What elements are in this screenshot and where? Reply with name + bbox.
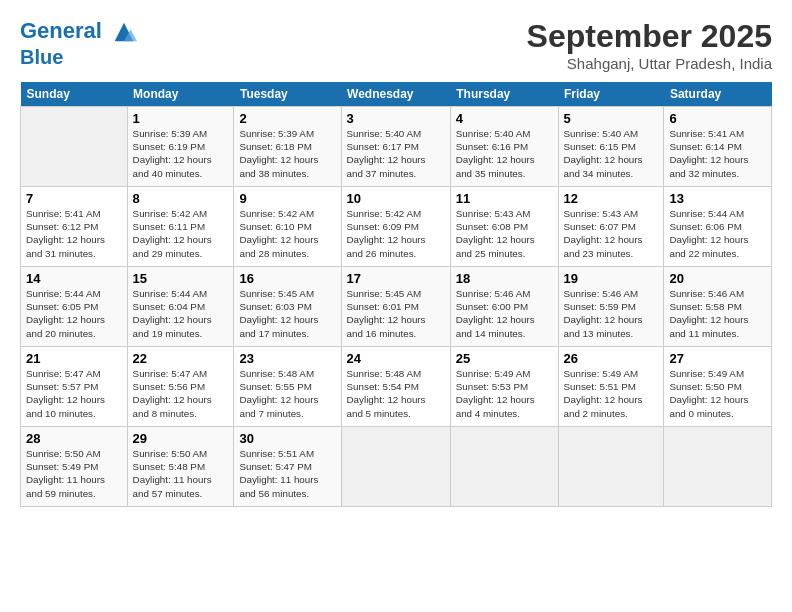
month-title: September 2025 (527, 18, 772, 55)
day-cell: 27Sunrise: 5:49 AM Sunset: 5:50 PM Dayli… (664, 347, 772, 427)
page: General Blue September 2025 Shahganj, Ut… (0, 0, 792, 612)
day-info: Sunrise: 5:42 AM Sunset: 6:11 PM Dayligh… (133, 207, 229, 260)
day-number: 19 (564, 271, 659, 286)
day-info: Sunrise: 5:44 AM Sunset: 6:04 PM Dayligh… (133, 287, 229, 340)
day-cell: 4Sunrise: 5:40 AM Sunset: 6:16 PM Daylig… (450, 107, 558, 187)
day-info: Sunrise: 5:44 AM Sunset: 6:06 PM Dayligh… (669, 207, 766, 260)
week-row-1: 7Sunrise: 5:41 AM Sunset: 6:12 PM Daylig… (21, 187, 772, 267)
day-info: Sunrise: 5:42 AM Sunset: 6:10 PM Dayligh… (239, 207, 335, 260)
day-info: Sunrise: 5:42 AM Sunset: 6:09 PM Dayligh… (347, 207, 445, 260)
day-number: 17 (347, 271, 445, 286)
day-info: Sunrise: 5:49 AM Sunset: 5:53 PM Dayligh… (456, 367, 553, 420)
day-number: 10 (347, 191, 445, 206)
day-info: Sunrise: 5:49 AM Sunset: 5:51 PM Dayligh… (564, 367, 659, 420)
day-cell: 24Sunrise: 5:48 AM Sunset: 5:54 PM Dayli… (341, 347, 450, 427)
day-number: 2 (239, 111, 335, 126)
day-number: 20 (669, 271, 766, 286)
title-block: September 2025 Shahganj, Uttar Pradesh, … (527, 18, 772, 72)
day-info: Sunrise: 5:41 AM Sunset: 6:14 PM Dayligh… (669, 127, 766, 180)
logo-icon (110, 18, 138, 46)
day-info: Sunrise: 5:40 AM Sunset: 6:15 PM Dayligh… (564, 127, 659, 180)
day-cell: 25Sunrise: 5:49 AM Sunset: 5:53 PM Dayli… (450, 347, 558, 427)
day-cell: 11Sunrise: 5:43 AM Sunset: 6:08 PM Dayli… (450, 187, 558, 267)
day-info: Sunrise: 5:43 AM Sunset: 6:07 PM Dayligh… (564, 207, 659, 260)
day-cell: 2Sunrise: 5:39 AM Sunset: 6:18 PM Daylig… (234, 107, 341, 187)
day-number: 3 (347, 111, 445, 126)
day-number: 30 (239, 431, 335, 446)
day-cell: 23Sunrise: 5:48 AM Sunset: 5:55 PM Dayli… (234, 347, 341, 427)
day-number: 11 (456, 191, 553, 206)
day-number: 7 (26, 191, 122, 206)
day-info: Sunrise: 5:46 AM Sunset: 5:59 PM Dayligh… (564, 287, 659, 340)
day-number: 21 (26, 351, 122, 366)
day-info: Sunrise: 5:45 AM Sunset: 6:01 PM Dayligh… (347, 287, 445, 340)
day-number: 6 (669, 111, 766, 126)
col-header-monday: Monday (127, 82, 234, 107)
day-cell: 29Sunrise: 5:50 AM Sunset: 5:48 PM Dayli… (127, 427, 234, 507)
day-info: Sunrise: 5:49 AM Sunset: 5:50 PM Dayligh… (669, 367, 766, 420)
day-info: Sunrise: 5:41 AM Sunset: 6:12 PM Dayligh… (26, 207, 122, 260)
col-header-wednesday: Wednesday (341, 82, 450, 107)
day-cell (664, 427, 772, 507)
location: Shahganj, Uttar Pradesh, India (527, 55, 772, 72)
day-number: 22 (133, 351, 229, 366)
col-header-tuesday: Tuesday (234, 82, 341, 107)
day-number: 14 (26, 271, 122, 286)
day-cell: 9Sunrise: 5:42 AM Sunset: 6:10 PM Daylig… (234, 187, 341, 267)
col-header-saturday: Saturday (664, 82, 772, 107)
day-number: 15 (133, 271, 229, 286)
day-cell: 19Sunrise: 5:46 AM Sunset: 5:59 PM Dayli… (558, 267, 664, 347)
calendar-table: SundayMondayTuesdayWednesdayThursdayFrid… (20, 82, 772, 507)
day-cell: 10Sunrise: 5:42 AM Sunset: 6:09 PM Dayli… (341, 187, 450, 267)
day-cell: 30Sunrise: 5:51 AM Sunset: 5:47 PM Dayli… (234, 427, 341, 507)
day-number: 26 (564, 351, 659, 366)
day-info: Sunrise: 5:48 AM Sunset: 5:54 PM Dayligh… (347, 367, 445, 420)
day-info: Sunrise: 5:39 AM Sunset: 6:18 PM Dayligh… (239, 127, 335, 180)
day-number: 28 (26, 431, 122, 446)
day-cell: 14Sunrise: 5:44 AM Sunset: 6:05 PM Dayli… (21, 267, 128, 347)
day-number: 5 (564, 111, 659, 126)
logo-blue: Blue (20, 46, 138, 68)
week-row-3: 21Sunrise: 5:47 AM Sunset: 5:57 PM Dayli… (21, 347, 772, 427)
day-info: Sunrise: 5:40 AM Sunset: 6:16 PM Dayligh… (456, 127, 553, 180)
day-cell: 12Sunrise: 5:43 AM Sunset: 6:07 PM Dayli… (558, 187, 664, 267)
day-cell: 20Sunrise: 5:46 AM Sunset: 5:58 PM Dayli… (664, 267, 772, 347)
day-info: Sunrise: 5:48 AM Sunset: 5:55 PM Dayligh… (239, 367, 335, 420)
day-cell: 3Sunrise: 5:40 AM Sunset: 6:17 PM Daylig… (341, 107, 450, 187)
day-cell: 21Sunrise: 5:47 AM Sunset: 5:57 PM Dayli… (21, 347, 128, 427)
day-cell: 16Sunrise: 5:45 AM Sunset: 6:03 PM Dayli… (234, 267, 341, 347)
week-row-4: 28Sunrise: 5:50 AM Sunset: 5:49 PM Dayli… (21, 427, 772, 507)
day-cell: 8Sunrise: 5:42 AM Sunset: 6:11 PM Daylig… (127, 187, 234, 267)
day-number: 4 (456, 111, 553, 126)
day-info: Sunrise: 5:47 AM Sunset: 5:57 PM Dayligh… (26, 367, 122, 420)
day-info: Sunrise: 5:50 AM Sunset: 5:49 PM Dayligh… (26, 447, 122, 500)
day-number: 9 (239, 191, 335, 206)
day-cell: 22Sunrise: 5:47 AM Sunset: 5:56 PM Dayli… (127, 347, 234, 427)
day-cell: 18Sunrise: 5:46 AM Sunset: 6:00 PM Dayli… (450, 267, 558, 347)
day-info: Sunrise: 5:44 AM Sunset: 6:05 PM Dayligh… (26, 287, 122, 340)
day-info: Sunrise: 5:39 AM Sunset: 6:19 PM Dayligh… (133, 127, 229, 180)
day-cell (341, 427, 450, 507)
day-number: 27 (669, 351, 766, 366)
day-number: 12 (564, 191, 659, 206)
day-cell: 5Sunrise: 5:40 AM Sunset: 6:15 PM Daylig… (558, 107, 664, 187)
day-cell: 7Sunrise: 5:41 AM Sunset: 6:12 PM Daylig… (21, 187, 128, 267)
day-cell: 26Sunrise: 5:49 AM Sunset: 5:51 PM Dayli… (558, 347, 664, 427)
day-cell: 17Sunrise: 5:45 AM Sunset: 6:01 PM Dayli… (341, 267, 450, 347)
day-cell: 1Sunrise: 5:39 AM Sunset: 6:19 PM Daylig… (127, 107, 234, 187)
day-cell: 15Sunrise: 5:44 AM Sunset: 6:04 PM Dayli… (127, 267, 234, 347)
day-number: 24 (347, 351, 445, 366)
day-cell: 13Sunrise: 5:44 AM Sunset: 6:06 PM Dayli… (664, 187, 772, 267)
day-info: Sunrise: 5:50 AM Sunset: 5:48 PM Dayligh… (133, 447, 229, 500)
day-number: 8 (133, 191, 229, 206)
day-info: Sunrise: 5:45 AM Sunset: 6:03 PM Dayligh… (239, 287, 335, 340)
col-header-friday: Friday (558, 82, 664, 107)
week-row-0: 1Sunrise: 5:39 AM Sunset: 6:19 PM Daylig… (21, 107, 772, 187)
day-info: Sunrise: 5:46 AM Sunset: 6:00 PM Dayligh… (456, 287, 553, 340)
day-cell (558, 427, 664, 507)
day-number: 25 (456, 351, 553, 366)
day-cell: 6Sunrise: 5:41 AM Sunset: 6:14 PM Daylig… (664, 107, 772, 187)
day-cell (450, 427, 558, 507)
logo-general: General (20, 18, 102, 43)
day-cell: 28Sunrise: 5:50 AM Sunset: 5:49 PM Dayli… (21, 427, 128, 507)
